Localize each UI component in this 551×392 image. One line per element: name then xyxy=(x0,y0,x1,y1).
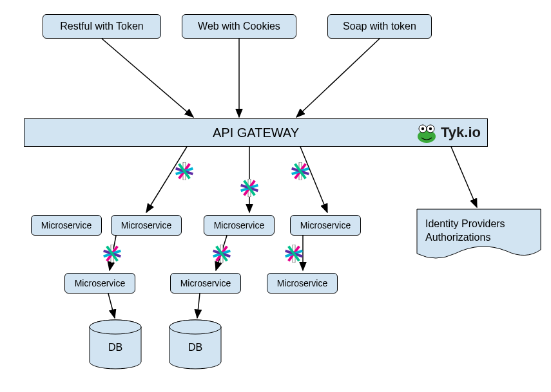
tyk-logo-icon xyxy=(415,122,437,143)
microservice-3: Microservice xyxy=(204,215,275,236)
microservice-1: Microservice xyxy=(31,215,102,236)
jwt-icon xyxy=(285,245,303,263)
microservice-5: Microservice xyxy=(64,273,135,294)
database-2: DB xyxy=(166,319,224,371)
identity-line1: Identity Providers xyxy=(425,218,505,231)
microservice-label: Microservice xyxy=(214,220,265,230)
client-label: Web with Cookies xyxy=(198,21,280,32)
microservice-label: Microservice xyxy=(121,220,172,230)
api-gateway-label: API GATEWAY xyxy=(213,126,299,140)
db-label: DB xyxy=(108,342,122,353)
tyk-logo: Tyk.io xyxy=(415,122,481,143)
svg-line-21 xyxy=(108,294,115,318)
svg-line-11 xyxy=(102,39,193,117)
microservice-label: Microservice xyxy=(41,220,92,230)
api-gateway: API GATEWAY Tyk.io xyxy=(24,118,488,147)
client-label: Soap with token xyxy=(343,21,416,32)
database-1: DB xyxy=(86,319,144,371)
svg-point-24 xyxy=(90,320,141,334)
tyk-logo-text: Tyk.io xyxy=(441,124,481,141)
client-web-cookies: Web with Cookies xyxy=(182,14,296,39)
db-label: DB xyxy=(188,342,202,353)
svg-line-22 xyxy=(197,294,200,318)
jwt-icon xyxy=(175,162,193,180)
jwt-icon xyxy=(240,179,258,197)
svg-line-13 xyxy=(296,39,380,117)
microservice-6: Microservice xyxy=(170,273,241,294)
microservice-4: Microservice xyxy=(290,215,361,236)
jwt-icon xyxy=(291,162,309,180)
client-restful-token: Restful with Token xyxy=(43,14,161,39)
jwt-icon xyxy=(103,245,121,263)
microservice-label: Microservice xyxy=(277,278,328,288)
jwt-icon xyxy=(213,245,231,263)
microservice-2: Microservice xyxy=(111,215,182,236)
microservice-label: Microservice xyxy=(300,220,351,230)
microservice-7: Microservice xyxy=(267,273,338,294)
microservice-label: Microservice xyxy=(75,278,126,288)
client-soap-token: Soap with token xyxy=(327,14,432,39)
identity-providers-box: Identity Providers Authorizations xyxy=(416,209,541,263)
microservice-label: Microservice xyxy=(180,278,231,288)
client-label: Restful with Token xyxy=(60,21,144,32)
svg-point-26 xyxy=(169,320,221,334)
svg-line-17 xyxy=(451,147,477,207)
identity-line2: Authorizations xyxy=(425,231,505,245)
